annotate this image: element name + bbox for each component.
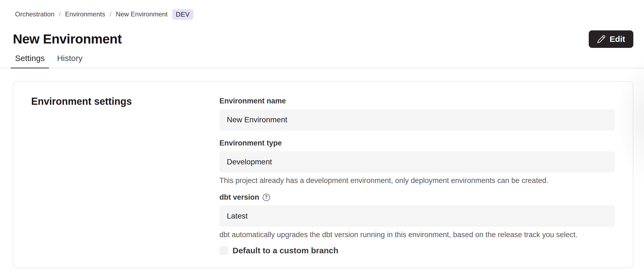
card-heading: Environment settings <box>31 96 219 107</box>
dbt-version-label: dbt version <box>219 192 259 202</box>
tab-settings[interactable]: Settings <box>11 54 49 69</box>
tab-bar: Settings History <box>0 54 644 68</box>
dbt-version-label-row: dbt version ? <box>219 192 615 202</box>
breadcrumb-item-orchestration[interactable]: Orchestration <box>15 10 54 18</box>
card-heading-column: Environment settings <box>31 96 219 255</box>
breadcrumb-item-new-environment[interactable]: New Environment <box>116 10 167 18</box>
environment-name-field[interactable]: New Environment <box>219 109 615 130</box>
environment-settings-card: Environment settings Environment name Ne… <box>13 81 633 268</box>
dbt-version-field[interactable]: Latest <box>219 205 615 227</box>
environment-type-helper: This project already has a development e… <box>219 176 615 185</box>
title-row: New Environment Edit <box>13 30 633 48</box>
tab-history[interactable]: History <box>53 54 87 68</box>
help-circle-icon[interactable]: ? <box>263 194 270 201</box>
custom-branch-label: Default to a custom branch <box>233 246 338 255</box>
breadcrumb: Orchestration / Environments / New Envir… <box>15 8 633 20</box>
environment-settings-form: Environment name New Environment Environ… <box>219 96 615 255</box>
environment-type-label: Environment type <box>219 138 615 148</box>
custom-branch-checkbox[interactable] <box>219 246 228 255</box>
environment-type-field[interactable]: Development <box>219 151 615 173</box>
breadcrumb-separator: / <box>59 10 61 18</box>
edit-button[interactable]: Edit <box>589 30 633 48</box>
breadcrumb-item-environments[interactable]: Environments <box>65 10 105 18</box>
page-title: New Environment <box>13 30 122 48</box>
pencil-icon <box>597 35 606 43</box>
breadcrumb-separator: / <box>109 10 111 18</box>
edit-button-label: Edit <box>610 34 625 44</box>
custom-branch-row: Default to a custom branch <box>219 246 615 255</box>
environment-dev-badge: DEV <box>172 9 194 20</box>
environment-name-label: Environment name <box>219 96 615 106</box>
dbt-version-helper: dbt automatically upgrades the dbt versi… <box>219 230 615 239</box>
page: Orchestration / Environments / New Envir… <box>0 0 644 268</box>
